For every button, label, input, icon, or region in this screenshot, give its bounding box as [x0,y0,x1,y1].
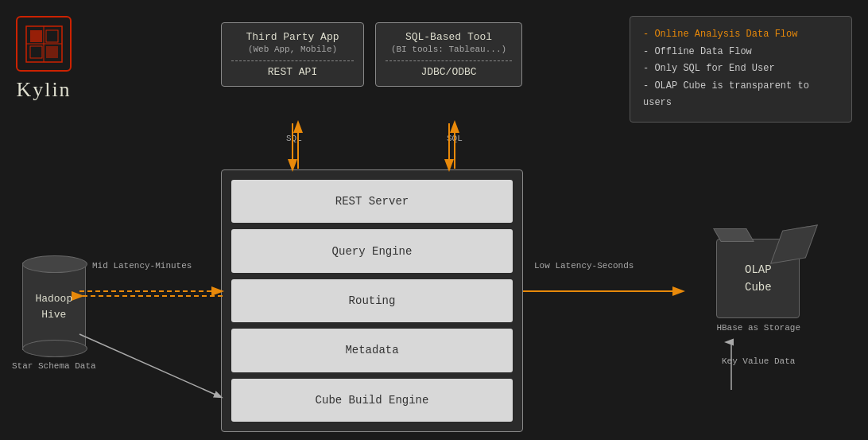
low-latency-label: Low Latency-Seconds [534,261,634,271]
routing-block: Routing [231,279,513,322]
query-engine-block: Query Engine [231,229,513,272]
logo-area: Kylin [16,16,72,102]
sql-tool-title: SQL-Based Tool [386,31,512,43]
metadata-label: Metadata [345,344,398,356]
third-party-app-box: Third Party App (Web App, Mobile) REST A… [221,22,364,87]
routing-label: Routing [349,294,396,307]
cube-build-engine-label: Cube Build Engine [316,394,429,407]
svg-line-14 [79,334,221,397]
rest-server-block: REST Server [231,180,513,223]
olap-line1: OLAP [745,263,772,276]
hbase-storage-label: HBase as Storage [716,323,800,333]
hive-container: Hadoop Hive Star Schema Data [12,263,96,371]
legend-item-transparent: - OLAP Cube is transparent to users [643,78,839,112]
sql-tool-api: JDBC/ODBC [386,66,512,78]
svg-rect-2 [46,30,58,42]
svg-rect-1 [30,30,42,42]
olap-cube-text: OLAP Cube [745,261,772,297]
legend-box: - Online Analysis Data Flow - Offline Da… [630,16,852,123]
query-engine-label: Query Engine [332,245,413,258]
legend-item-online: - Online Analysis Data Flow [643,26,839,44]
sql-tool-subtitle: (BI tools: Tableau...) [386,45,512,54]
hive-label-text: Hive [41,308,66,320]
olap-cube-box: OLAP Cube [716,239,800,318]
svg-rect-3 [30,46,42,58]
kylin-label: Kylin [16,78,71,102]
main-engine-box: REST Server Query Engine Routing Metadat… [221,169,523,432]
sql-label-left: SQL [286,134,302,143]
rest-server-label: REST Server [335,195,409,208]
olap-line2: Cube [745,281,772,294]
metadata-block: Metadata [231,329,513,372]
third-party-divider [231,60,354,61]
sql-tool-divider [386,60,512,61]
legend-item-sql: - Only SQL for End User [643,60,839,78]
olap-container: OLAP Cube HBase as Storage Key Value Dat… [716,239,800,366]
logo-svg [22,22,66,66]
third-party-subtitle: (Web App, Mobile) [231,45,354,54]
legend-item-offline: - Offline Data Flow [643,44,839,61]
hive-cylinder: Hadoop Hive [22,263,86,350]
hive-cylinder-text: Hadoop Hive [35,291,72,322]
mid-latency-label: Mid Latency-Minutes [92,261,192,271]
kylin-logo-icon [16,16,72,72]
sql-tool-box: SQL-Based Tool (BI tools: Tableau...) JD… [375,22,522,87]
third-party-api: REST API [231,66,354,78]
hadoop-label: Hadoop [35,293,72,305]
sql-label-right: SQL [447,134,463,143]
key-value-label: Key Value Data [716,356,800,366]
star-schema-label: Star Schema Data [12,361,96,371]
cube-build-engine-block: Cube Build Engine [231,379,513,422]
third-party-title: Third Party App [231,31,354,43]
svg-rect-4 [46,46,58,58]
